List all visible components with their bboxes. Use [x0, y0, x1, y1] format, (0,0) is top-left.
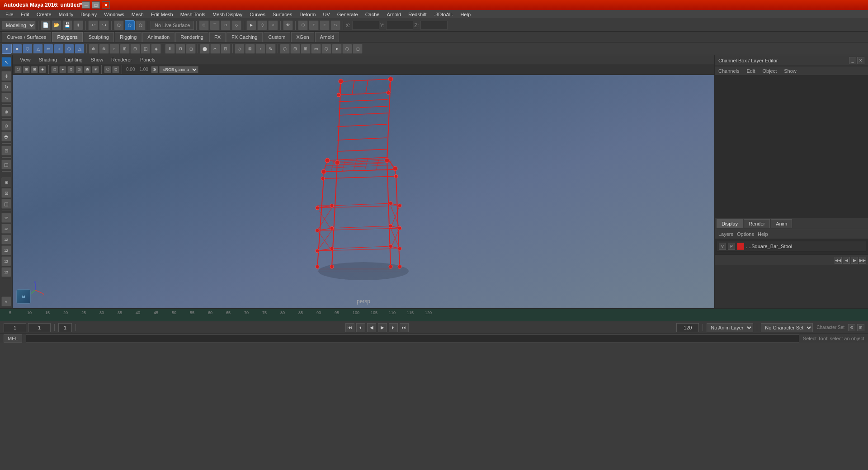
vp-display-options[interactable]: ◈ — [39, 66, 46, 73]
camera-side[interactable]: S — [330, 20, 340, 30]
show-hide-button[interactable]: 👁 — [283, 20, 293, 30]
move-tool[interactable]: ✛ — [1, 71, 11, 81]
show-manip[interactable]: ⊡ — [1, 146, 11, 155]
menu-arnold[interactable]: Arnold — [383, 11, 405, 18]
tab-polygons[interactable]: Polygons — [52, 32, 82, 42]
undo-button[interactable]: ↩ — [88, 20, 98, 30]
display-tab-anim[interactable]: Anim — [771, 219, 792, 228]
tab-sculpting[interactable]: Sculpting — [84, 32, 114, 42]
component-mode-face[interactable]: ◫ — [1, 199, 11, 209]
go-start-button[interactable]: ⏮ — [345, 323, 354, 332]
tab-rendering[interactable]: Rendering — [175, 32, 208, 42]
minimize-button[interactable]: ─ — [82, 1, 90, 9]
select-tool-left[interactable]: ↖ — [1, 57, 11, 67]
bridge[interactable]: ⊓ — [175, 44, 185, 54]
poly-torus[interactable]: ○ — [54, 44, 64, 54]
anim-layer-select[interactable]: No Anim Layer — [707, 323, 753, 332]
menu-create[interactable]: Create — [33, 11, 55, 18]
mode-select[interactable]: Modeling — [2, 21, 36, 30]
camera-front[interactable]: F — [320, 20, 330, 30]
mesh-boolean[interactable]: ⊞ — [120, 44, 130, 54]
channels-tab[interactable]: Channels — [717, 67, 741, 75]
numeric-input4[interactable]: 12 — [1, 245, 11, 255]
measure-tool[interactable]: ◫ — [1, 160, 11, 169]
extrude-face[interactable]: ⬆ — [165, 44, 175, 54]
go-end-button[interactable]: ⏭ — [400, 323, 409, 332]
layers-subtab[interactable]: Layers — [718, 231, 733, 237]
new-scene-button[interactable]: 📄 — [41, 20, 51, 30]
vp-iso[interactable]: ⊡ — [112, 66, 119, 73]
menu-edit[interactable]: Edit — [17, 11, 33, 18]
vp-perspective[interactable]: ⬡ — [104, 66, 111, 73]
menu-redshift[interactable]: Redshift — [405, 11, 430, 18]
menu-generate[interactable]: Generate — [334, 11, 362, 18]
tab-fx-caching[interactable]: FX Caching — [226, 32, 262, 42]
soft-mod[interactable]: ⊙ — [1, 121, 11, 131]
layer-render-btn[interactable]: P — [728, 243, 735, 250]
tab-animation[interactable]: Animation — [142, 32, 175, 42]
close-button[interactable]: ✕ — [102, 1, 110, 9]
mesh-separate[interactable]: ⊗ — [99, 44, 109, 54]
y-field[interactable] — [386, 21, 413, 30]
menu-file[interactable]: File — [2, 11, 17, 18]
poly-cylinder[interactable]: ⬡ — [23, 44, 33, 54]
bottom-left-btn[interactable]: ▿ — [1, 296, 11, 306]
paint-select-button[interactable]: ⬡ — [136, 20, 146, 30]
uv-grid[interactable]: ⊞ — [301, 44, 311, 54]
uv-editor[interactable]: ◻ — [353, 44, 363, 54]
mesh-mirror[interactable]: ⊟ — [130, 44, 140, 54]
menu-mesh-display[interactable]: Mesh Display — [209, 11, 246, 18]
menu-modify[interactable]: Modify — [55, 11, 77, 18]
command-input[interactable] — [26, 334, 799, 343]
viewport-canvas[interactable]: persp x y z M — [13, 75, 714, 308]
vp-camera-lock[interactable]: ⊞ — [23, 66, 30, 73]
menu-uv[interactable]: UV — [319, 11, 333, 18]
display-render-button[interactable]: ○ — [268, 20, 278, 30]
current-frame-field[interactable]: 1 — [28, 323, 51, 332]
menu-mesh[interactable]: Mesh — [128, 11, 147, 18]
display-tab-render[interactable]: Render — [744, 219, 770, 228]
display-tab-display[interactable]: Display — [717, 219, 743, 228]
mesh-fill[interactable]: ◫ — [141, 44, 151, 54]
step-forward-button[interactable]: ⏵ — [389, 323, 398, 332]
end-frame-field[interactable]: 120 — [676, 323, 699, 332]
no-live-surface-button[interactable]: No Live Surface — [151, 21, 194, 30]
mesh-combine[interactable]: ⊕ — [89, 44, 99, 54]
poly-pyramid[interactable]: △ — [75, 44, 85, 54]
step-back-button[interactable]: ⏴ — [356, 323, 365, 332]
layers-back-btn[interactable]: ◀ — [843, 257, 850, 264]
tab-custom[interactable]: Custom — [264, 32, 291, 42]
viewport-panels-menu[interactable]: Panels — [137, 56, 159, 63]
x-field[interactable] — [352, 21, 379, 30]
save-scene-button[interactable]: 💾 — [62, 20, 72, 30]
menu-edit-mesh[interactable]: Edit Mesh — [147, 11, 177, 18]
uv-planar[interactable]: ▭ — [311, 44, 321, 54]
camera-top[interactable]: T — [309, 20, 319, 30]
delete-edge[interactable]: ⊠ — [245, 44, 255, 54]
bottom-extra-btn[interactable]: ⊞ — [857, 324, 864, 331]
connect[interactable]: ⊡ — [221, 44, 231, 54]
edit-tab[interactable]: Edit — [745, 67, 757, 75]
lasso-select-button[interactable]: ⬡ — [125, 20, 135, 30]
menu-cache[interactable]: Cache — [362, 11, 383, 18]
layers-prev-btn[interactable]: ◀◀ — [835, 257, 842, 264]
poly-cube[interactable]: ■ — [12, 44, 22, 54]
bottom-settings-btn[interactable]: ⚙ — [848, 324, 855, 331]
menu-3dtoall[interactable]: -3DtoAll- — [430, 11, 457, 18]
layer-visibility-btn[interactable]: V — [719, 243, 726, 250]
options-subtab[interactable]: Options — [737, 231, 754, 237]
mesh-reduce[interactable]: ◈ — [151, 44, 161, 54]
vp-wire-smooth[interactable]: ⊙ — [67, 66, 75, 73]
mesh-smooth[interactable]: ⌂ — [109, 44, 119, 54]
open-scene-button[interactable]: 📂 — [52, 20, 61, 30]
tab-arnold[interactable]: Arnold — [315, 32, 340, 42]
snap-curve-button[interactable]: ⌒ — [210, 20, 220, 30]
menu-deform[interactable]: Deform — [296, 11, 319, 18]
uv-layout[interactable]: ⊞ — [290, 44, 300, 54]
menu-help[interactable]: Help — [457, 11, 474, 18]
poly-sphere[interactable]: ● — [2, 44, 12, 54]
snap-view-button[interactable]: ◇ — [231, 20, 241, 30]
uv-camera[interactable]: ⬡ — [342, 44, 352, 54]
edge-loop[interactable]: ⬤ — [200, 44, 210, 54]
channel-box-close[interactable]: ✕ — [857, 57, 864, 64]
